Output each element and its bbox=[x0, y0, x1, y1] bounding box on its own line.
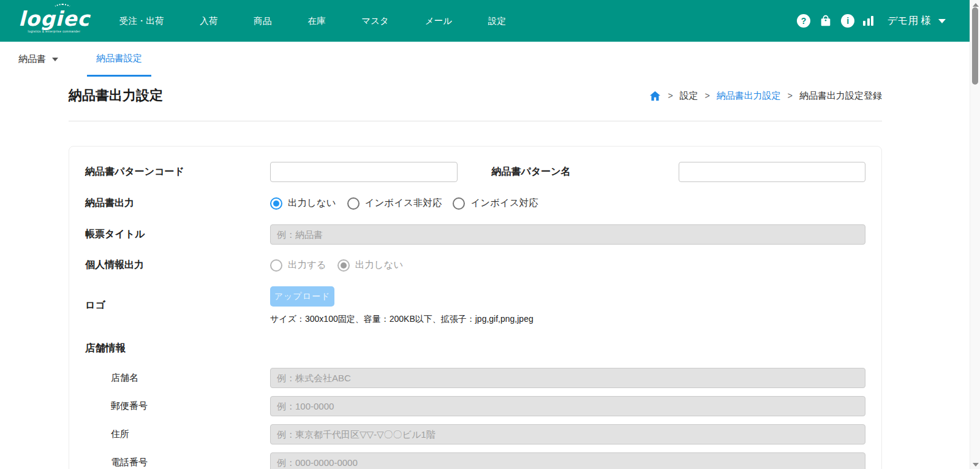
sub-navigation: 納品書 納品書設定 bbox=[0, 42, 980, 77]
address-input bbox=[270, 424, 865, 444]
delivery-slip-dropdown[interactable]: 納品書 bbox=[18, 42, 58, 77]
breadcrumb-settings: 設定 bbox=[680, 90, 698, 102]
phone-number-input bbox=[270, 452, 865, 469]
store-name-input bbox=[270, 368, 865, 388]
radio-invoice-not-supported-label: インボイス非対応 bbox=[365, 197, 442, 210]
phone-number-label: 電話番号 bbox=[85, 457, 270, 468]
radio-personal-info-no-output-label: 出力しない bbox=[355, 259, 404, 272]
pattern-code-label: 納品書パターンコード bbox=[85, 166, 270, 178]
logo-sunburst-decoration bbox=[53, 4, 72, 15]
page-title: 納品書出力設定 bbox=[69, 86, 163, 105]
title-row: 納品書出力設定 > 設定 > 納品書出力設定 > 納品書出力設定登録 bbox=[69, 82, 882, 109]
radio-invoice-not-supported[interactable]: インボイス非対応 bbox=[347, 197, 442, 210]
settings-form-card: 納品書パターンコード 納品書パターン名 納品書出力 出力しない インボイス非対応… bbox=[69, 146, 882, 469]
breadcrumb-output-settings-link[interactable]: 納品書出力設定 bbox=[717, 90, 781, 102]
home-icon[interactable] bbox=[649, 91, 661, 101]
nav-item-mail[interactable]: メール bbox=[425, 15, 452, 27]
info-icon[interactable]: i bbox=[841, 14, 854, 28]
postal-code-label: 郵便番号 bbox=[85, 400, 270, 412]
stats-bars-icon[interactable] bbox=[863, 16, 875, 26]
radio-personal-info-no-output: 出力しない bbox=[337, 259, 404, 272]
upload-button: アップロード bbox=[270, 286, 334, 307]
radio-invoice-supported-label: インボイス対応 bbox=[470, 197, 538, 210]
nav-item-settings[interactable]: 設定 bbox=[488, 15, 506, 27]
nav-item-orders-shipping[interactable]: 受注・出荷 bbox=[119, 15, 164, 27]
user-name: デモ用 様 bbox=[888, 14, 931, 28]
radio-circle-icon bbox=[453, 197, 465, 210]
row-personal-info: 個人情報出力 出力する 出力しない bbox=[85, 259, 865, 272]
address-label: 住所 bbox=[85, 429, 270, 440]
logo-label: ロゴ bbox=[85, 299, 270, 312]
help-icon[interactable]: ? bbox=[797, 14, 810, 28]
nav-item-inventory[interactable]: 在庫 bbox=[307, 15, 325, 27]
delivery-slip-dropdown-label: 納品書 bbox=[18, 53, 46, 65]
pattern-name-label: 納品書パターン名 bbox=[492, 166, 679, 178]
logiec-logo[interactable]: logiec logistics & enterprise commander bbox=[18, 9, 90, 33]
breadcrumb-separator: > bbox=[705, 91, 710, 101]
postal-code-input bbox=[270, 396, 865, 416]
report-title-label: 帳票タイトル bbox=[85, 228, 270, 241]
radio-invoice-supported[interactable]: インボイス対応 bbox=[453, 197, 538, 210]
row-pattern-code-name: 納品書パターンコード 納品書パターン名 bbox=[85, 162, 865, 182]
upload-requirements-note: サイズ：300x100固定、容量：200KB以下、拡張子：jpg,gif,png… bbox=[270, 314, 533, 325]
top-navigation-bar: logiec logistics & enterprise commander … bbox=[0, 0, 980, 42]
topbar-right-group: ? i デモ用 様 bbox=[788, 14, 958, 28]
bag-icon[interactable] bbox=[819, 14, 832, 28]
radio-personal-info-output: 出力する bbox=[270, 259, 326, 272]
row-logo-upload: ロゴ アップロード サイズ：300x100固定、容量：200KB以下、拡張子：j… bbox=[85, 286, 865, 325]
store-info-section-title: 店舗情報 bbox=[85, 341, 865, 355]
breadcrumb-separator: > bbox=[668, 91, 673, 101]
personal-info-label: 個人情報出力 bbox=[85, 259, 270, 272]
breadcrumb-current-page: 納品書出力設定登録 bbox=[799, 90, 882, 102]
radio-personal-info-output-label: 出力する bbox=[288, 259, 326, 272]
logo-tagline: logistics & enterprise commander bbox=[18, 30, 90, 33]
tab-delivery-slip-settings[interactable]: 納品書設定 bbox=[87, 42, 151, 77]
breadcrumb: > 設定 > 納品書出力設定 > 納品書出力設定登録 bbox=[649, 90, 882, 102]
scrollbar-thumb[interactable] bbox=[972, 7, 978, 85]
radio-circle-icon bbox=[337, 259, 350, 272]
row-store-name: 店舗名 bbox=[85, 368, 865, 388]
pattern-code-input[interactable] bbox=[270, 162, 458, 182]
radio-circle-icon bbox=[347, 197, 360, 210]
radio-circle-icon bbox=[270, 197, 282, 210]
user-account-menu[interactable]: デモ用 様 bbox=[888, 14, 946, 28]
logo-upload-block: アップロード サイズ：300x100固定、容量：200KB以下、拡張子：jpg,… bbox=[270, 286, 533, 325]
radio-no-output[interactable]: 出力しない bbox=[270, 197, 336, 210]
store-name-label: 店舗名 bbox=[85, 372, 270, 384]
main-nav: 受注・出荷 入荷 商品 在庫 マスタ メール 設定 bbox=[119, 15, 542, 27]
row-delivery-output: 納品書出力 出力しない インボイス非対応 インボイス対応 bbox=[85, 197, 865, 210]
delivery-output-label: 納品書出力 bbox=[85, 197, 270, 210]
radio-no-output-label: 出力しない bbox=[288, 197, 336, 210]
title-divider bbox=[69, 121, 882, 121]
nav-item-products[interactable]: 商品 bbox=[254, 15, 271, 27]
radio-circle-icon bbox=[270, 259, 282, 272]
nav-item-receiving[interactable]: 入荷 bbox=[200, 15, 217, 27]
breadcrumb-separator: > bbox=[788, 91, 793, 101]
report-title-input bbox=[270, 224, 865, 245]
vertical-scrollbar[interactable] bbox=[970, 0, 980, 469]
scrollbar-down-arrow-icon[interactable] bbox=[973, 463, 979, 467]
row-address: 住所 bbox=[85, 424, 865, 444]
scrollbar-up-arrow-icon[interactable] bbox=[973, 3, 979, 7]
pattern-name-input[interactable] bbox=[679, 162, 866, 182]
nav-item-master[interactable]: マスタ bbox=[361, 15, 389, 27]
chevron-down-icon bbox=[938, 19, 946, 23]
row-report-title: 帳票タイトル bbox=[85, 224, 865, 245]
row-postal-code: 郵便番号 bbox=[85, 396, 865, 416]
chevron-down-icon bbox=[52, 58, 58, 61]
row-phone-number: 電話番号 bbox=[85, 452, 865, 469]
